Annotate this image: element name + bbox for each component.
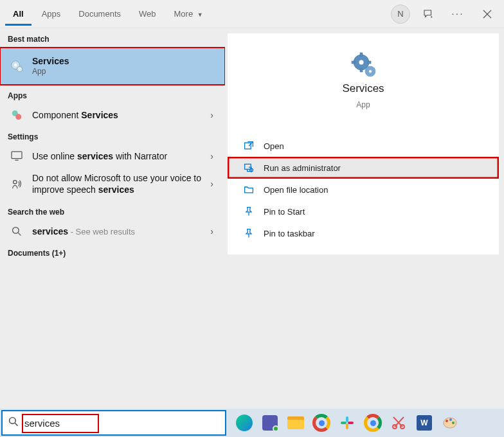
folder-icon [243, 184, 255, 195]
result-speech-services[interactable]: Do not allow Microsoft to use your voice… [0, 167, 225, 201]
filter-tab-documents[interactable]: Documents [71, 3, 129, 26]
result-narrator-services[interactable]: Use online services with Narrator › [0, 145, 225, 167]
search-input[interactable] [24, 411, 225, 434]
svg-point-39 [452, 422, 455, 424]
admin-icon [243, 163, 255, 173]
action-run-as-admin[interactable]: Run as administrator [228, 157, 499, 179]
gear-icon [350, 51, 376, 77]
svg-rect-17 [352, 61, 355, 64]
gear-icon [9, 59, 24, 73]
svg-point-37 [446, 420, 448, 422]
filter-tab-more[interactable]: More ▼ [166, 3, 211, 26]
svg-point-5 [19, 68, 21, 70]
voice-icon [9, 178, 24, 190]
slack-icon[interactable] [337, 413, 357, 433]
filter-tab-more-label: More [174, 9, 194, 19]
close-icon[interactable] [476, 3, 499, 26]
svg-rect-30 [346, 424, 348, 429]
search-content: Best match Services App Apps Component S… [0, 28, 504, 409]
search-icon [3, 416, 24, 429]
open-icon [243, 141, 255, 151]
pin-icon [243, 228, 255, 238]
result-text: Services App [32, 55, 216, 77]
results-pane: Best match Services App Apps Component S… [0, 28, 225, 409]
component-icon [9, 109, 24, 121]
chrome-icon[interactable] [311, 413, 332, 433]
action-label: Pin to Start [264, 207, 305, 217]
svg-rect-16 [360, 69, 363, 72]
filter-tab-apps[interactable]: Apps [34, 3, 69, 26]
svg-point-3 [14, 64, 17, 67]
action-open-file-location[interactable]: Open file location [228, 179, 499, 201]
result-subtitle: App [32, 67, 216, 77]
filter-tabs: All Apps Documents Web More ▼ [5, 3, 391, 26]
result-title: Services [32, 55, 216, 67]
svg-line-12 [18, 233, 21, 235]
preview-subtitle: App [356, 100, 370, 109]
svg-point-10 [14, 181, 17, 184]
edge-icon[interactable] [234, 413, 255, 433]
result-component-services[interactable]: Component Services › [0, 104, 225, 126]
preview-actions: Open Run as administrator Open file loca… [228, 135, 499, 244]
svg-rect-18 [368, 61, 371, 64]
section-documents: Documents (1+) [0, 242, 225, 262]
chrome-canary-icon[interactable] [363, 413, 383, 433]
chevron-down-icon: ▼ [197, 12, 203, 18]
svg-rect-21 [245, 143, 251, 149]
svg-rect-31 [348, 422, 354, 424]
result-text: Use online services with Narrator [32, 150, 203, 162]
svg-line-27 [15, 423, 17, 425]
section-web: Search the web [0, 201, 225, 220]
section-best-match: Best match [0, 28, 225, 48]
svg-rect-8 [12, 152, 22, 159]
taskbar-icons: W [228, 413, 460, 433]
action-pin-to-taskbar[interactable]: Pin to taskbar [228, 222, 499, 244]
pin-icon [243, 206, 255, 217]
monitor-icon [9, 151, 24, 161]
section-settings: Settings [0, 126, 225, 145]
result-text: Do not allow Microsoft to use your voice… [32, 172, 203, 195]
section-apps: Apps [0, 85, 225, 104]
chevron-right-icon: › [210, 179, 216, 189]
paint-icon[interactable] [440, 413, 460, 433]
more-options-icon[interactable]: ··· [446, 3, 469, 26]
result-text: services - See web results [32, 226, 203, 238]
action-pin-to-start[interactable]: Pin to Start [228, 201, 499, 222]
preview-pane: Services App Open Run as adminis [225, 28, 504, 409]
top-right-controls: N ··· [391, 3, 499, 26]
action-label: Pin to taskbar [264, 229, 315, 238]
user-avatar[interactable]: N [391, 4, 410, 24]
search-filter-topbar: All Apps Documents Web More ▼ N ··· [0, 0, 504, 28]
svg-point-38 [449, 418, 452, 421]
action-label: Open [264, 141, 284, 151]
action-open[interactable]: Open [228, 135, 499, 157]
file-explorer-icon[interactable] [285, 413, 306, 433]
svg-point-14 [359, 60, 364, 65]
filter-tab-web[interactable]: Web [131, 3, 164, 26]
svg-point-20 [369, 70, 372, 73]
result-best-match-services[interactable]: Services App [0, 48, 225, 85]
action-label: Run as administrator [264, 163, 341, 173]
windows-search-panel: All Apps Documents Web More ▼ N ··· Best… [0, 0, 504, 437]
preview-title: Services [342, 82, 384, 95]
svg-point-26 [10, 418, 16, 424]
feedback-icon[interactable] [417, 3, 440, 26]
teams-icon[interactable] [260, 413, 280, 433]
filter-tab-all[interactable]: All [5, 3, 32, 26]
preview-header: Services App [228, 51, 499, 109]
chevron-right-icon: › [210, 151, 216, 161]
svg-point-11 [13, 227, 19, 234]
action-label: Open file location [264, 185, 328, 195]
taskbar: W [0, 409, 504, 437]
chevron-right-icon: › [210, 110, 216, 120]
preview-card: Services App Open Run as adminis [228, 33, 499, 254]
result-web-services[interactable]: services - See web results › [0, 220, 225, 243]
svg-rect-23 [245, 164, 251, 169]
word-icon[interactable]: W [414, 413, 435, 433]
svg-rect-15 [360, 53, 363, 56]
result-text: Component Services [32, 109, 203, 121]
svg-point-7 [15, 114, 21, 120]
taskbar-search[interactable] [1, 410, 226, 436]
svg-rect-28 [346, 416, 348, 422]
snip-icon[interactable] [388, 413, 409, 433]
